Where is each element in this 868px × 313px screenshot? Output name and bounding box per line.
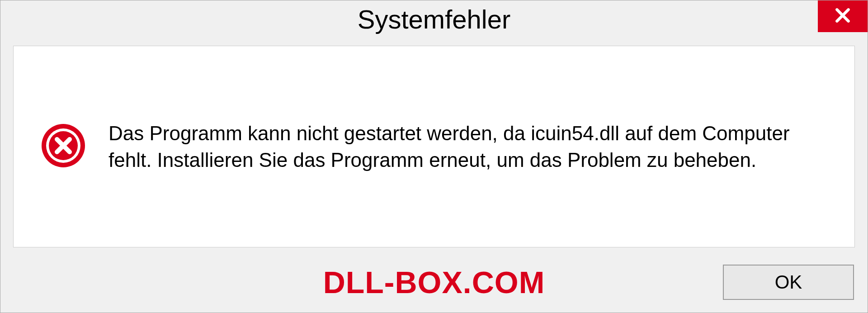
dialog-footer: DLL-BOX.COM OK — [0, 256, 868, 313]
dialog-title: Systemfehler — [0, 0, 868, 34]
content-area: Das Programm kann nicht gestartet werden… — [13, 46, 855, 247]
error-icon — [41, 123, 86, 170]
titlebar: Systemfehler — [0, 0, 868, 41]
error-dialog: Systemfehler Das Programm kann nicht ges… — [0, 0, 868, 313]
ok-button[interactable]: OK — [723, 265, 854, 300]
watermark-text: DLL-BOX.COM — [323, 265, 545, 300]
close-icon — [834, 7, 851, 26]
close-button[interactable] — [818, 0, 868, 32]
error-message: Das Programm kann nicht gestartet werden… — [108, 120, 827, 174]
